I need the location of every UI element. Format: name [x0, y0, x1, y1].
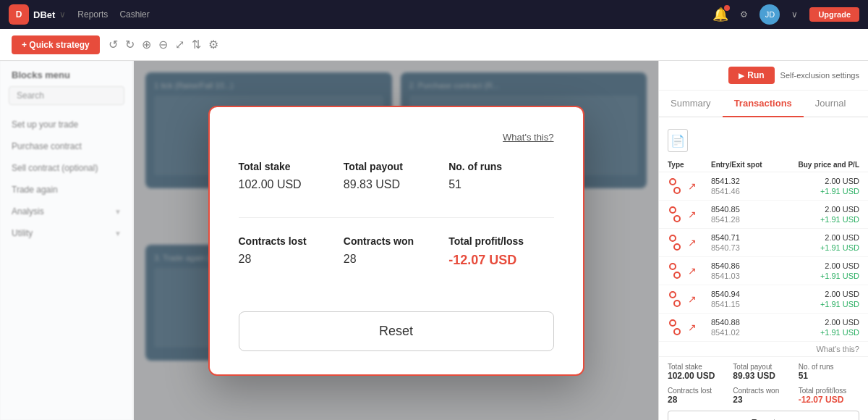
upgrade-button[interactable]: Upgrade [809, 7, 859, 22]
nav-cashier[interactable]: Cashier [119, 9, 149, 20]
sort-icon[interactable]: ⇅ [192, 38, 201, 51]
tab-summary[interactable]: Summary [659, 91, 723, 117]
contract-type-icon [668, 319, 684, 335]
tab-journal[interactable]: Journal [804, 91, 858, 117]
doc-icon: 📄 [668, 129, 688, 152]
col-entry-exit: Entry/Exit spot [711, 161, 794, 169]
sidebar-item-trade-again[interactable]: Trade again [0, 179, 133, 201]
circle-bottom-icon [673, 215, 681, 222]
price-cell: 2.00 USD +1.91 USD [794, 290, 859, 308]
top-nav: D DBet ∨ Reports Cashier 🔔 ⚙ JD ∨ Upgrad… [0, 0, 868, 29]
right-panel-top: ▶ Run Self-exclusion settings [659, 61, 868, 91]
col-type: Type [668, 161, 711, 169]
circle-top-icon [669, 206, 676, 214]
entry-exit-cell: 8540.85 8541.28 [711, 205, 794, 224]
table-row[interactable]: ↗ 8540.71 8540.73 2.00 USD +1.91 USD [659, 229, 868, 257]
entry-value: 8540.86 [711, 261, 794, 270]
sidebar-item-sell[interactable]: Sell contract (optional) [0, 157, 133, 179]
panel-total-profit: Total profit/loss -12.07 USD [799, 387, 859, 405]
modal-whats-this[interactable]: What's this? [239, 130, 554, 143]
transaction-list: ↗ 8541.32 8541.46 2.00 USD +1.91 USD ↗ 8… [659, 172, 868, 342]
table-row[interactable]: ↗ 8540.88 8541.02 2.00 USD +1.91 USD [659, 314, 868, 342]
right-panel: ▶ Run Self-exclusion settings Summary Tr… [658, 61, 868, 420]
entry-value: 8540.85 [711, 205, 794, 214]
contract-type-icon [668, 206, 684, 222]
summary-modal: What's this? Total stake 102.00 USD Tota… [208, 106, 584, 376]
modal-contracts-lost: Contracts lost 28 [239, 230, 344, 274]
pnl-value: +1.91 USD [820, 215, 859, 224]
entry-value: 8540.71 [711, 233, 794, 242]
price-cell: 2.00 USD +1.91 USD [794, 233, 859, 252]
account-chevron-icon[interactable]: ∨ [791, 9, 798, 20]
table-header: Type Entry/Exit spot Buy price and P/L [659, 158, 868, 172]
zoom-out-icon[interactable]: ⊖ [158, 38, 168, 51]
nav-logo[interactable]: D DBet ∨ [9, 4, 66, 25]
run-icon: ▶ [739, 72, 744, 80]
col-price: Buy price and P/L [794, 161, 859, 169]
tab-transactions[interactable]: Transactions [723, 91, 804, 117]
run-button[interactable]: ▶ Run [728, 67, 774, 84]
zoom-in-icon[interactable]: ⊕ [142, 38, 151, 51]
panel-summary-grid-2: Contracts lost 28 Contracts won 23 Total… [668, 387, 859, 405]
table-row[interactable]: ↗ 8541.32 8541.46 2.00 USD +1.91 USD [659, 172, 868, 201]
pnl-value: +1.91 USD [820, 272, 859, 280]
table-row[interactable]: ↗ 8540.85 8541.28 2.00 USD +1.91 USD [659, 201, 868, 229]
nav-brand: DBet [33, 9, 55, 20]
circle-bottom-icon [673, 328, 681, 335]
panel-total-payout: Total payout 89.93 USD [733, 363, 793, 381]
logo-box: D [9, 4, 29, 25]
modal-total-profit: Total profit/loss -12.07 USD [448, 230, 553, 274]
table-row[interactable]: ↗ 8540.94 8541.15 2.00 USD +1.91 USD [659, 285, 868, 314]
zoom-reset-icon[interactable]: ⤢ [175, 38, 184, 51]
circle-top-icon [669, 178, 676, 185]
circle-top-icon [669, 319, 676, 327]
circle-bottom-icon [673, 187, 681, 194]
modal-divider [239, 217, 554, 218]
entry-value: 8541.32 [711, 177, 794, 185]
notification-dot [724, 5, 730, 11]
circle-top-icon [669, 291, 676, 298]
redo-icon[interactable]: ↻ [125, 38, 135, 51]
direction-arrow-icon: ↗ [688, 180, 697, 192]
tabs: Summary Transactions Journal [659, 91, 868, 117]
toolbar-icons: ↺ ↻ ⊕ ⊖ ⤢ ⇅ ⚙ [109, 38, 218, 51]
settings-icon[interactable]: ⚙ [208, 38, 218, 51]
settings-icon[interactable]: ⚙ [740, 9, 748, 20]
direction-arrow-icon: ↗ [688, 237, 697, 248]
table-row[interactable]: ↗ 8540.86 8541.03 2.00 USD +1.91 USD [659, 257, 868, 285]
price-cell: 2.00 USD +1.91 USD [794, 318, 859, 337]
quick-strategy-button[interactable]: + Quick strategy [12, 35, 100, 54]
avatar[interactable]: JD [760, 4, 780, 25]
sidebar-item-setup[interactable]: Set up your trade [0, 114, 133, 135]
type-cell: ↗ [668, 319, 711, 335]
panel-reset-button[interactable]: Reset [668, 411, 859, 420]
sidebar-title: Blocks menu [0, 70, 133, 86]
pnl-value: +1.91 USD [820, 187, 859, 196]
modal-stats-grid: Total stake 102.00 USD Total payout 89.8… [239, 155, 554, 197]
type-cell: ↗ [668, 291, 711, 307]
direction-arrow-icon: ↗ [688, 293, 697, 305]
pnl-value: +1.91 USD [820, 243, 859, 252]
buy-price: 2.00 USD [825, 318, 859, 327]
type-cell: ↗ [668, 263, 711, 279]
sidebar-item-utility[interactable]: Utility ▼ [0, 222, 133, 244]
modal-total-stake: Total stake 102.00 USD [239, 155, 344, 197]
modal-reset-button[interactable]: Reset [239, 311, 554, 351]
entry-exit-cell: 8540.88 8541.02 [711, 318, 794, 337]
modal-total-payout: Total payout 89.83 USD [344, 155, 448, 197]
undo-icon[interactable]: ↺ [109, 38, 118, 51]
sidebar-item-analysis[interactable]: Analysis ▼ [0, 201, 133, 222]
exit-value: 8541.03 [711, 272, 794, 280]
direction-arrow-icon: ↗ [688, 265, 697, 277]
contract-type-icon [668, 263, 684, 279]
notification-bell-icon[interactable]: 🔔 [712, 7, 728, 22]
entry-exit-cell: 8541.32 8541.46 [711, 177, 794, 196]
circle-top-icon [669, 263, 676, 270]
sidebar-item-purchase[interactable]: Purchase contract [0, 135, 133, 157]
nav-reports[interactable]: Reports [77, 9, 108, 20]
self-excl-label[interactable]: Self-exclusion settings [780, 71, 859, 80]
buy-price: 2.00 USD [825, 261, 859, 270]
whats-this-link[interactable]: What's this? [659, 342, 868, 356]
sidebar-search-input[interactable] [9, 86, 124, 105]
panel-total-stake: Total stake 102.00 USD [668, 363, 728, 381]
